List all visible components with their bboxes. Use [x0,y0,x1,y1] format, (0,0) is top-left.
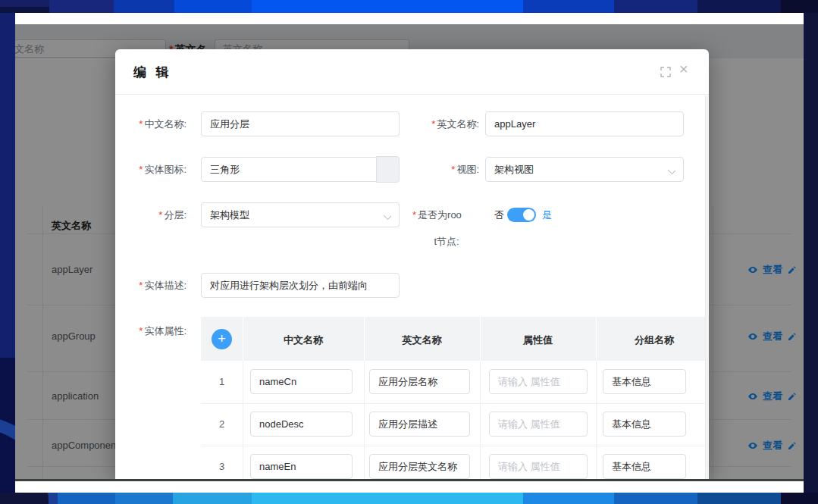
frame-left [0,13,15,358]
attr-group-input[interactable] [603,412,686,437]
app-page: *英文名 英文名称 appLayer appGroup application … [15,13,804,493]
entity-attrs-label: *实体属性: [133,324,186,338]
attr-row-index: 3 [201,461,243,472]
attr-col-value: 属性值 [480,333,596,347]
attr-cn-input[interactable] [250,412,353,437]
screen: *英文名 英文名称 appLayer appGroup application … [0,0,818,504]
attr-col-cn: 中文名称 [243,333,364,347]
en-name-input[interactable] [485,111,684,136]
icon-picker-button[interactable] [376,156,400,183]
is-root-label-line1: *是否为roo [412,208,493,222]
attr-cn-input[interactable] [250,454,353,479]
required-mark: * [451,164,455,175]
modal-body: *中文名称: *英文名称: *实体图标: *视图: 架构视图 *分层: 架构模型… [133,95,709,479]
attr-col-group: 分组名称 [596,333,709,347]
layer-label: *分层: [133,208,186,222]
required-mark: * [158,209,162,221]
view-select[interactable]: 架构视图 [485,157,684,182]
attr-table-header: + 中文名称 英文名称 属性值 分组名称 [201,317,709,361]
toggle-off-label: 否 [494,208,504,222]
attr-value-input[interactable] [489,412,588,437]
modal-header: 编 辑 × [115,49,709,95]
is-root-label-line2: t节点: [412,235,481,249]
attr-en-input[interactable] [369,454,470,479]
page-bottom-strip [15,479,804,493]
required-mark: * [139,164,143,175]
attr-row-index: 2 [201,418,243,430]
attr-en-input[interactable] [369,369,470,394]
required-mark: * [139,325,143,337]
fullscreen-icon[interactable] [660,66,672,78]
is-root-toggle[interactable] [507,208,536,222]
view-label: *视图: [403,163,479,177]
modal-title: 编 辑 [133,64,172,81]
attr-group-input[interactable] [603,369,686,394]
attr-value-input[interactable] [489,369,588,394]
attr-table: + 中文名称 英文名称 属性值 分组名称 [201,317,709,479]
layer-select[interactable]: 架构模型 [201,202,400,227]
required-mark: * [139,280,143,291]
chevron-down-icon [668,167,675,174]
attr-row-index: 1 [201,376,243,387]
entity-icon-input[interactable] [201,157,400,182]
decorative-band-bottom [0,493,818,504]
entity-desc-label: *实体描述: [133,279,186,293]
decorative-band-top [0,0,818,13]
entity-desc-input[interactable] [201,273,400,298]
attr-en-input[interactable] [369,412,470,437]
en-name-label: *英文名称: [403,117,479,131]
cn-name-input[interactable] [201,111,400,136]
required-mark: * [431,118,435,130]
attr-cn-input[interactable] [250,369,353,394]
close-icon[interactable]: × [679,61,691,74]
attr-group-input[interactable] [603,454,686,479]
add-row-button[interactable]: + [212,329,232,349]
required-mark: * [412,209,416,221]
required-mark: * [139,118,143,130]
toggle-on-label: 是 [542,208,552,222]
edit-modal: 编 辑 × *中文名称: *英文名称: *实体图标: *视图: [115,49,709,479]
cn-name-label: *中文名称: [133,117,186,131]
toggle-knob [523,209,534,221]
entity-icon-field [201,157,400,182]
modal-scrollbar[interactable] [705,95,709,479]
entity-icon-label: *实体图标: [133,163,186,177]
attr-value-input[interactable] [489,454,588,479]
attr-col-en: 英文名称 [364,333,480,347]
chevron-down-icon [384,212,391,220]
